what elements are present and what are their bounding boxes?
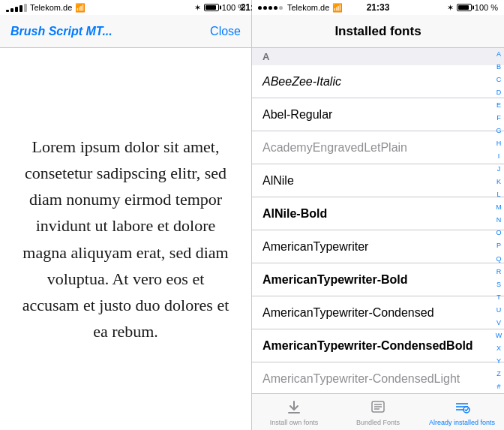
fonts-list[interactable]: A ABeeZee-Italic Abel-Regular AcademyEng… xyxy=(252,48,504,393)
list-item[interactable]: ABeeZee-Italic xyxy=(252,65,504,98)
font-preview-title: Brush Script MT... xyxy=(10,25,210,38)
list-item[interactable]: AmericanTypewriter-CondensedLight xyxy=(252,362,504,393)
right-battery-icon xyxy=(457,4,472,11)
list-item[interactable]: AlNile xyxy=(252,164,504,197)
left-carrier: Telekom.de 📶 xyxy=(6,3,86,13)
font-name: ABeeZee-Italic xyxy=(262,75,341,89)
close-button[interactable]: Close xyxy=(210,25,241,38)
tab-bar: Install own fonts Bundled Fonts xyxy=(252,393,504,430)
tab-bundled-fonts[interactable]: Bundled Fonts xyxy=(336,394,420,430)
left-navbar: Brush Script MT... Close xyxy=(0,15,251,48)
list-item[interactable]: AmericanTypewriter xyxy=(252,230,504,263)
font-name: AcademyEngravedLetPlain xyxy=(262,141,407,155)
wifi-icon: 📶 xyxy=(75,3,86,13)
font-preview-area: Lorem ipsum dolor sit amet, consetetur s… xyxy=(0,48,251,430)
section-header-a: A xyxy=(252,48,504,65)
list-item[interactable]: AmericanTypewriter-Condensed xyxy=(252,296,504,329)
alphabet-index[interactable]: A B C D E F G H I J K L M N O P Q R S T … xyxy=(494,48,504,393)
font-name: AmericanTypewriter-Bold xyxy=(262,273,408,287)
svg-rect-0 xyxy=(288,412,300,413)
font-name: AmericanTypewriter-CondensedLight xyxy=(262,372,460,386)
right-battery-label: 100 % xyxy=(475,3,498,12)
bluetooth-icon: ✶ xyxy=(194,3,201,13)
left-carrier-name: Telekom.de xyxy=(30,3,72,12)
right-carrier-dots: Telekom.de 📶 xyxy=(258,3,343,13)
signal-icon xyxy=(6,4,27,12)
bundled-icon xyxy=(370,398,386,417)
right-wifi-icon: 📶 xyxy=(332,3,343,13)
list-item[interactable]: AlNile-Bold xyxy=(252,197,504,230)
right-right-icons: ✶ 100 % xyxy=(447,3,498,13)
battery-icon xyxy=(204,4,219,11)
tab-bundled-label: Bundled Fonts xyxy=(356,419,400,426)
right-carrier-name: Telekom.de xyxy=(287,3,329,12)
list-item[interactable]: AmericanTypewriter-CondensedBold xyxy=(252,329,504,362)
right-navbar-title: Installed fonts xyxy=(334,24,421,39)
left-panel: Telekom.de 📶 21:33 ✶ 100 % Brush Script … xyxy=(0,0,252,430)
list-item[interactable]: AcademyEngravedLetPlain xyxy=(252,131,504,164)
installed-icon xyxy=(454,398,470,417)
tab-already-installed[interactable]: Already installed fonts xyxy=(420,394,504,430)
tab-install-label: Install own fonts xyxy=(270,419,319,426)
list-item[interactable]: Abel-Regular xyxy=(252,98,504,131)
right-bluetooth-icon: ✶ xyxy=(447,3,454,13)
right-panel: Telekom.de 📶 21:33 ✶ 100 % Installed fon… xyxy=(252,0,504,430)
tab-installed-label: Already installed fonts xyxy=(429,419,495,426)
download-icon xyxy=(286,398,302,417)
right-navbar: Installed fonts xyxy=(252,15,504,48)
font-name: AmericanTypewriter-CondensedBold xyxy=(262,339,473,353)
left-right-icons: ✶ 100 % xyxy=(194,3,245,13)
left-status-bar: Telekom.de 📶 21:33 ✶ 100 % xyxy=(0,0,251,15)
font-preview-text: Lorem ipsum dolor sit amet, consetetur s… xyxy=(18,134,233,345)
font-name: AmericanTypewriter xyxy=(262,240,368,254)
tab-install-own-fonts[interactable]: Install own fonts xyxy=(252,394,336,430)
font-name: Abel-Regular xyxy=(262,108,332,122)
list-item[interactable]: AmericanTypewriter-Bold xyxy=(252,263,504,296)
right-status-bar: Telekom.de 📶 21:33 ✶ 100 % xyxy=(252,0,504,15)
svg-rect-1 xyxy=(293,401,295,409)
font-name: AlNile xyxy=(262,174,294,188)
font-name: AlNile-Bold xyxy=(262,207,327,221)
font-name: AmericanTypewriter-Condensed xyxy=(262,306,434,320)
right-time: 21:33 xyxy=(367,2,390,13)
